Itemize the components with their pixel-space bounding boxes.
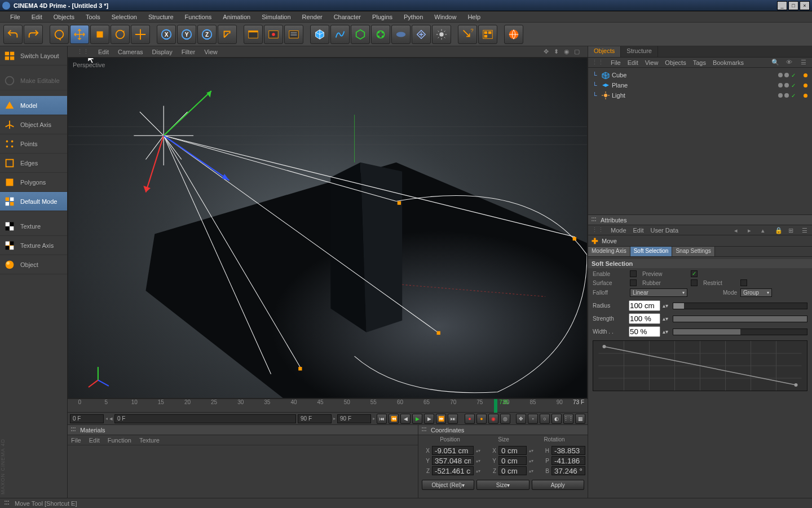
leftbar-model[interactable]: Model <box>0 96 67 115</box>
timeline-end-frame[interactable] <box>337 414 371 423</box>
coord-size-dropdown[interactable]: Size ▾ <box>476 480 529 490</box>
minimize-button[interactable]: _ <box>777 1 787 10</box>
attr-surface-checkbox[interactable] <box>630 279 637 286</box>
mat-menu-texture[interactable]: Texture <box>139 437 160 444</box>
timeline-range-start[interactable] <box>114 414 296 423</box>
rotate-tool[interactable] <box>111 25 130 44</box>
tag-icon[interactable] <box>804 94 807 98</box>
coord-apply-button[interactable]: Apply <box>532 480 584 490</box>
vp-menu-edit[interactable]: Edit <box>94 49 113 55</box>
attr-tab-modeling-axis[interactable]: Modeling Axis <box>588 247 630 256</box>
coord-spinner[interactable]: ▴▾ <box>476 458 486 463</box>
attr-radius-slider[interactable] <box>673 303 807 309</box>
content-browser[interactable] <box>478 25 497 44</box>
next-key-button[interactable]: ⏩ <box>436 414 446 424</box>
coord-size-input[interactable] <box>498 466 527 475</box>
leftbar-make-editable[interactable]: Make Editable <box>0 71 67 90</box>
render-dot[interactable] <box>784 73 789 77</box>
vp-rotate-icon[interactable]: ◉ <box>564 48 572 56</box>
coord-mode-dropdown[interactable]: Object (Rel) ▾ <box>422 480 474 490</box>
menu-tools[interactable]: Tools <box>80 12 106 21</box>
object-list[interactable]: └Cube✓└Plane✓└Light✓ <box>588 68 812 214</box>
leftbar-object[interactable]: Object <box>0 255 67 274</box>
attr-menu-userdata[interactable]: User Data <box>651 227 679 234</box>
enable-check-icon[interactable]: ✓ <box>791 82 796 89</box>
leftbar-texture-axis[interactable]: Texture Axis <box>0 236 67 255</box>
help-button[interactable]: ? <box>458 25 477 44</box>
close-button[interactable]: × <box>800 1 810 10</box>
visibility-dot[interactable] <box>778 83 783 87</box>
attr-menu-mode[interactable]: Mode <box>611 227 626 234</box>
visibility-dot[interactable] <box>778 73 783 77</box>
vp-menu-filter[interactable]: Filter <box>177 49 200 55</box>
enable-check-icon[interactable]: ✓ <box>791 93 796 99</box>
timeline-start-frame[interactable] <box>70 414 104 423</box>
leftbar-polygons[interactable]: Polygons <box>0 173 67 192</box>
attr-enable-checkbox[interactable] <box>630 270 637 277</box>
attr-restrict-checkbox[interactable] <box>740 279 747 286</box>
attr-lock-icon[interactable]: 🔒 <box>775 227 782 234</box>
leftbar-points[interactable]: Points <box>0 134 67 154</box>
leftbar-object-axis[interactable]: Object Axis <box>0 115 67 134</box>
attr-radius-input[interactable] <box>629 300 660 311</box>
vp-pan-icon[interactable]: ✥ <box>544 48 551 56</box>
obj-menu-edit[interactable]: Edit <box>628 59 638 66</box>
rot-key-button[interactable]: ○ <box>540 414 550 424</box>
coord-rot-input[interactable] <box>551 456 585 465</box>
attr-radius-spinner[interactable]: ▴▾ <box>663 303 670 309</box>
y-axis-lock[interactable]: Y <box>177 25 196 44</box>
x-axis-lock[interactable]: X <box>157 25 176 44</box>
coord-spinner[interactable]: ▴▾ <box>529 448 539 453</box>
structure-tab[interactable]: Structure <box>621 46 658 57</box>
obj-menu-bookmarks[interactable]: Bookmarks <box>713 59 744 66</box>
render-settings[interactable] <box>284 25 303 44</box>
maximize-button[interactable]: □ <box>788 1 798 10</box>
add-primitive[interactable] <box>310 25 329 44</box>
attr-tab-soft-selection[interactable]: Soft Selection <box>630 247 673 256</box>
render-dot[interactable] <box>784 83 789 87</box>
menu-python[interactable]: Python <box>398 12 429 21</box>
attr-tab-snap-settings[interactable]: Snap Settings <box>672 247 714 256</box>
coord-size-input[interactable] <box>498 456 527 465</box>
key-button[interactable]: ◉ <box>488 414 498 424</box>
attr-width-slider[interactable] <box>673 329 807 335</box>
attr-rubber-checkbox[interactable] <box>691 279 698 286</box>
coord-pos-input[interactable] <box>432 466 474 475</box>
record-button[interactable]: ● <box>465 414 475 424</box>
render-dot[interactable] <box>784 93 789 98</box>
attr-strength-slider[interactable] <box>673 316 807 322</box>
leftbar-edges[interactable]: Edges <box>0 154 67 173</box>
pla-key-button[interactable]: ⋮⋮ <box>563 414 573 424</box>
redo-button[interactable] <box>24 25 43 44</box>
anim-layer-button[interactable]: ▦ <box>575 414 585 424</box>
attr-falloff-curve[interactable] <box>593 340 807 391</box>
param-key-button[interactable]: ◐ <box>551 414 562 424</box>
coord-system[interactable] <box>218 25 237 44</box>
coord-rot-input[interactable] <box>551 446 585 455</box>
web-button[interactable] <box>504 25 523 44</box>
obj-menu-objects[interactable]: Objects <box>665 59 686 66</box>
last-tool[interactable] <box>131 25 150 44</box>
coord-spinner[interactable]: ▴▾ <box>476 468 486 474</box>
move-tool[interactable] <box>70 25 89 44</box>
render-view[interactable] <box>244 25 263 44</box>
mat-menu-function[interactable]: Function <box>108 437 131 444</box>
keyselection-button[interactable]: ◎ <box>500 414 510 424</box>
menu-render[interactable]: Render <box>297 12 328 21</box>
scale-tool[interactable] <box>90 25 109 44</box>
obj-filter-icon[interactable]: 👁 <box>786 59 794 67</box>
menu-character[interactable]: Character <box>328 12 367 21</box>
tag-icon[interactable] <box>804 73 807 77</box>
autokey-button[interactable]: ● <box>476 414 487 424</box>
pos-key-button[interactable]: ✥ <box>516 414 526 424</box>
menu-simulation[interactable]: Simulation <box>256 12 296 21</box>
obj-menu-view[interactable]: View <box>645 59 659 66</box>
menu-selection[interactable]: Selection <box>106 12 143 21</box>
add-environment[interactable] <box>391 25 411 44</box>
attr-strength-spinner[interactable]: ▴▾ <box>663 316 670 322</box>
attr-menu-icon[interactable]: ☰ <box>802 227 809 234</box>
scale-key-button[interactable]: ▫ <box>528 414 538 424</box>
attr-up-icon[interactable]: ▴ <box>761 227 768 234</box>
menu-file[interactable]: File <box>5 12 26 21</box>
mat-menu-edit[interactable]: Edit <box>89 437 100 444</box>
